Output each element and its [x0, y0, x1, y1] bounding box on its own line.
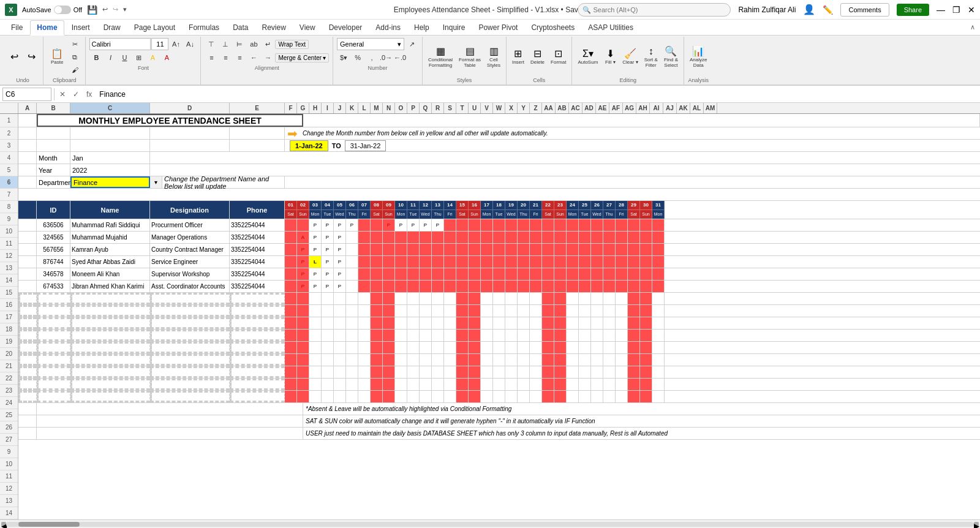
empty-att-17-30[interactable]	[652, 317, 665, 329]
att-cell-11-9[interactable]	[395, 244, 407, 255]
cell-a2[interactable]	[18, 127, 37, 139]
cell-a6[interactable]	[18, 176, 37, 188]
att-cell-13-22[interactable]	[554, 268, 567, 280]
cell-b6-dept-label[interactable]: Department	[37, 176, 70, 188]
att-cell-12-18[interactable]	[505, 256, 518, 268]
number-format-dropdown[interactable]: General ▾	[337, 38, 404, 50]
empty-att-17-7[interactable]	[371, 317, 383, 329]
empty-att-19-24[interactable]	[579, 342, 591, 353]
att-cell-11-28[interactable]	[628, 244, 640, 255]
cell-a5[interactable]	[18, 164, 37, 176]
empty-att-19-23[interactable]	[567, 342, 579, 353]
empty-att-20-11[interactable]	[420, 354, 432, 366]
cell-b2[interactable]	[37, 127, 70, 139]
cell-b8-id[interactable]: ID	[37, 201, 70, 219]
empty-att-16-6[interactable]	[358, 305, 371, 317]
empty-att-18-20[interactable]	[530, 330, 542, 341]
att-cell-14-8[interactable]	[383, 281, 395, 292]
empty-att-23-3[interactable]	[322, 391, 334, 402]
empty-att-18-6[interactable]	[358, 330, 371, 341]
empty-att-21-16[interactable]	[481, 366, 493, 378]
empty-att-21-30[interactable]	[652, 366, 665, 378]
empty-att-16-20[interactable]	[530, 305, 542, 317]
att-cell-11-24[interactable]	[579, 244, 591, 255]
col-header-w[interactable]: W	[493, 103, 505, 113]
col-header-i[interactable]: I	[322, 103, 334, 113]
empty-att-23-28[interactable]	[628, 391, 640, 402]
empty-cell-16-1[interactable]	[37, 305, 70, 317]
cell-d8-designation[interactable]: Designation	[150, 201, 230, 219]
empty-att-20-24[interactable]	[579, 354, 591, 366]
empty-att-16-16[interactable]	[481, 305, 493, 317]
restore-button[interactable]: ❐	[952, 5, 960, 15]
empty-att-22-10[interactable]	[407, 379, 420, 390]
empty-cell-15-4[interactable]	[230, 293, 285, 304]
merge-center-button[interactable]: Merge & Center ▾	[275, 53, 329, 62]
att-cell-9-20[interactable]	[530, 219, 542, 231]
decrease-font-button[interactable]: A↓	[183, 38, 197, 50]
cell-name-13[interactable]: Moneem Ali Khan	[70, 268, 150, 280]
fill-button[interactable]: ⬇ Fill ▾	[602, 48, 618, 66]
empty-cell-18-2[interactable]	[70, 330, 150, 341]
autosave-pill[interactable]	[54, 6, 71, 14]
att-cell-12-1[interactable]: P	[297, 256, 309, 268]
empty-att-16-1[interactable]	[297, 305, 309, 317]
empty-att-16-11[interactable]	[420, 305, 432, 317]
att-cell-14-16[interactable]	[481, 281, 493, 292]
empty-att-15-16[interactable]	[481, 293, 493, 304]
tab-help[interactable]: Help	[408, 21, 435, 34]
cell-c5-year-value[interactable]: 2022	[70, 164, 150, 176]
empty-att-15-10[interactable]	[407, 293, 420, 304]
att-cell-14-18[interactable]	[505, 281, 518, 292]
empty-att-21-9[interactable]	[395, 366, 407, 378]
cell-reference-box[interactable]	[2, 88, 51, 101]
cut-button[interactable]: ✂	[68, 38, 81, 50]
customize-qat[interactable]: ▾	[123, 6, 127, 13]
empty-att-17-14[interactable]	[456, 317, 469, 329]
currency-button[interactable]: $▾	[337, 51, 350, 64]
cell-title[interactable]: MONTHLY EMPLOYEE ATTENDANCE SHEET	[37, 114, 303, 127]
att-cell-14-28[interactable]	[628, 281, 640, 292]
att-cell-14-2[interactable]: P	[309, 281, 322, 292]
col-header-l[interactable]: L	[358, 103, 371, 113]
empty-att-17-28[interactable]	[628, 317, 640, 329]
cell-a11[interactable]	[18, 244, 37, 255]
empty-att-22-21[interactable]	[542, 379, 554, 390]
empty-att-16-8[interactable]	[383, 305, 395, 317]
day-num-03[interactable]: 03	[309, 201, 322, 210]
empty-att-22-22[interactable]	[554, 379, 567, 390]
att-cell-10-9[interactable]	[395, 232, 407, 243]
att-cell-12-2[interactable]: L	[309, 256, 322, 268]
empty-att-19-0[interactable]	[285, 342, 297, 353]
att-cell-13-8[interactable]	[383, 268, 395, 280]
empty-att-23-23[interactable]	[567, 391, 579, 402]
empty-att-18-17[interactable]	[493, 330, 505, 341]
cell-c4-month-value[interactable]: Jan	[70, 152, 150, 164]
empty-att-20-28[interactable]	[628, 354, 640, 366]
empty-att-20-10[interactable]	[407, 354, 420, 366]
empty-att-19-13[interactable]	[444, 342, 456, 353]
col-header-q[interactable]: Q	[420, 103, 432, 113]
conditional-formatting-button[interactable]: ▦ ConditionalFormatting	[426, 45, 454, 69]
empty-att-19-7[interactable]	[371, 342, 383, 353]
att-cell-11-29[interactable]	[640, 244, 652, 255]
att-cell-11-30[interactable]	[652, 244, 665, 255]
empty-att-16-10[interactable]	[407, 305, 420, 317]
empty-att-18-2[interactable]	[309, 330, 322, 341]
empty-att-19-18[interactable]	[505, 342, 518, 353]
empty-att-21-23[interactable]	[567, 366, 579, 378]
cell-b3[interactable]	[37, 140, 70, 151]
insert-function-icon[interactable]: fx	[84, 90, 94, 99]
empty-att-18-18[interactable]	[505, 330, 518, 341]
cell-designation-11[interactable]: Country Contract Manager	[150, 244, 230, 255]
empty-att-19-12[interactable]	[432, 342, 444, 353]
empty-cell-17-4[interactable]	[230, 317, 285, 329]
att-cell-12-15[interactable]	[469, 256, 481, 268]
empty-cell-19-0[interactable]	[18, 342, 37, 353]
att-cell-11-17[interactable]	[493, 244, 505, 255]
empty-att-18-10[interactable]	[407, 330, 420, 341]
att-cell-10-23[interactable]	[567, 232, 579, 243]
empty-att-18-15[interactable]	[469, 330, 481, 341]
tab-developer[interactable]: Developer	[323, 21, 369, 34]
att-cell-14-24[interactable]	[579, 281, 591, 292]
